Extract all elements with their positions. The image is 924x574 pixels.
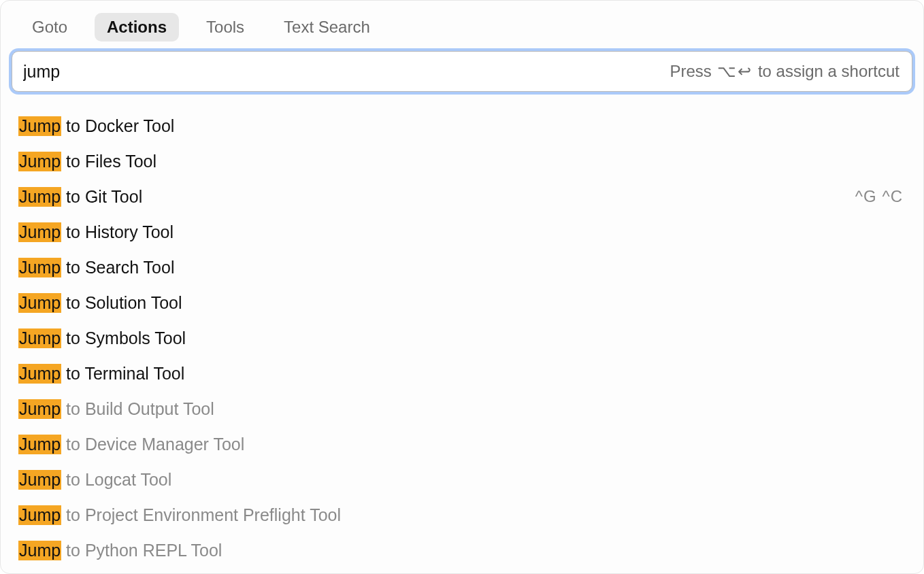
result-text: to Search Tool xyxy=(61,258,174,277)
match-highlight: Jump xyxy=(18,222,61,242)
action-jump-to-docker-tool[interactable]: Jump to Docker Tool xyxy=(17,108,907,144)
result-text: to Device Manager Tool xyxy=(61,435,244,454)
result-label: Jump to Python REPL Tool xyxy=(18,541,222,560)
result-label: Jump to Git Tool xyxy=(18,187,142,207)
hint-key-glyphs: ⌥↩ xyxy=(717,62,753,81)
result-text: to Docker Tool xyxy=(61,116,174,136)
search-box: Press ⌥↩ to assign a shortcut xyxy=(12,51,912,92)
action-jump-to-build-output-tool[interactable]: Jump to Build Output Tool xyxy=(17,391,907,426)
action-jump-to-git-tool[interactable]: Jump to Git Tool^G ^C xyxy=(17,179,907,214)
match-highlight: Jump xyxy=(18,116,61,136)
hint-prefix: Press xyxy=(670,62,712,81)
match-highlight: Jump xyxy=(18,152,61,171)
result-text: to Files Tool xyxy=(61,152,156,171)
search-container: Press ⌥↩ to assign a shortcut xyxy=(12,51,912,92)
result-label: Jump to Terminal Tool xyxy=(18,364,184,384)
action-jump-to-project-environment-preflight-tool[interactable]: Jump to Project Environment Preflight To… xyxy=(17,497,907,533)
result-text: to History Tool xyxy=(61,222,174,242)
action-jump-to-symbols-tool[interactable]: Jump to Symbols Tool xyxy=(17,320,907,356)
action-jump-to-logcat-tool[interactable]: Jump to Logcat Tool xyxy=(17,462,907,497)
result-label: Jump to Device Manager Tool xyxy=(18,435,244,454)
hint-suffix: to assign a shortcut xyxy=(758,62,900,81)
result-label: Jump to History Tool xyxy=(18,222,174,242)
result-label: Jump to Symbols Tool xyxy=(18,328,186,348)
tab-goto[interactable]: Goto xyxy=(20,13,80,41)
match-highlight: Jump xyxy=(18,435,61,454)
palette-tabs: Goto Actions Tools Text Search xyxy=(10,13,914,51)
match-highlight: Jump xyxy=(18,505,61,525)
result-text: to Solution Tool xyxy=(61,293,182,313)
action-jump-to-files-tool[interactable]: Jump to Files Tool xyxy=(17,144,907,179)
match-highlight: Jump xyxy=(18,187,61,207)
result-label: Jump to Docker Tool xyxy=(18,116,174,136)
result-label: Jump to Files Tool xyxy=(18,152,156,171)
action-jump-to-terminal-tool[interactable]: Jump to Terminal Tool xyxy=(17,356,907,391)
search-input[interactable] xyxy=(20,58,670,86)
result-text: to Terminal Tool xyxy=(61,364,184,384)
tab-actions[interactable]: Actions xyxy=(95,13,179,41)
result-label: Jump to Build Output Tool xyxy=(18,399,214,419)
command-palette: Goto Actions Tools Text Search Press ⌥↩ … xyxy=(0,0,924,574)
result-label: Jump to Logcat Tool xyxy=(18,470,171,490)
result-text: to Git Tool xyxy=(61,187,142,207)
match-highlight: Jump xyxy=(18,258,61,277)
result-label: Jump to Project Environment Preflight To… xyxy=(18,505,341,525)
match-highlight: Jump xyxy=(18,541,61,560)
result-label: Jump to Search Tool xyxy=(18,258,174,277)
result-label: Jump to Solution Tool xyxy=(18,293,182,313)
match-highlight: Jump xyxy=(18,470,61,490)
result-text: to Project Environment Preflight Tool xyxy=(61,505,341,525)
result-shortcut: ^G ^C xyxy=(855,187,907,206)
action-jump-to-history-tool[interactable]: Jump to History Tool xyxy=(17,214,907,250)
shortcut-hint: Press ⌥↩ to assign a shortcut xyxy=(670,62,900,81)
result-text: to Logcat Tool xyxy=(61,470,171,490)
match-highlight: Jump xyxy=(18,293,61,313)
match-highlight: Jump xyxy=(18,328,61,348)
result-text: to Build Output Tool xyxy=(61,399,214,419)
match-highlight: Jump xyxy=(18,364,61,384)
tab-text-search[interactable]: Text Search xyxy=(271,13,382,41)
results-list: Jump to Docker ToolJump to Files ToolJum… xyxy=(10,96,914,567)
action-jump-to-python-repl-tool[interactable]: Jump to Python REPL Tool xyxy=(17,533,907,567)
match-highlight: Jump xyxy=(18,399,61,419)
action-jump-to-solution-tool[interactable]: Jump to Solution Tool xyxy=(17,285,907,320)
action-jump-to-device-manager-tool[interactable]: Jump to Device Manager Tool xyxy=(17,426,907,462)
result-text: to Python REPL Tool xyxy=(61,541,222,560)
tab-tools[interactable]: Tools xyxy=(194,13,257,41)
action-jump-to-search-tool[interactable]: Jump to Search Tool xyxy=(17,250,907,285)
result-text: to Symbols Tool xyxy=(61,328,186,348)
